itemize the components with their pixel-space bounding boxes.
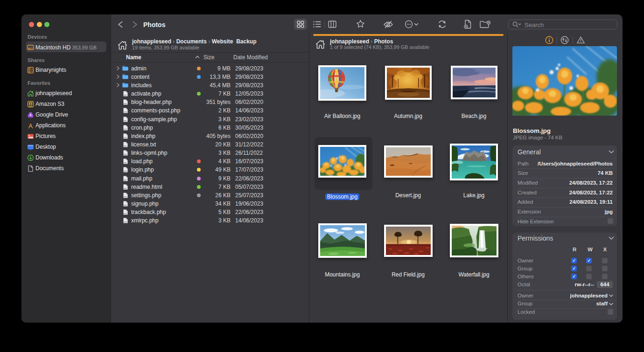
svg-text:a: a: [30, 102, 32, 105]
